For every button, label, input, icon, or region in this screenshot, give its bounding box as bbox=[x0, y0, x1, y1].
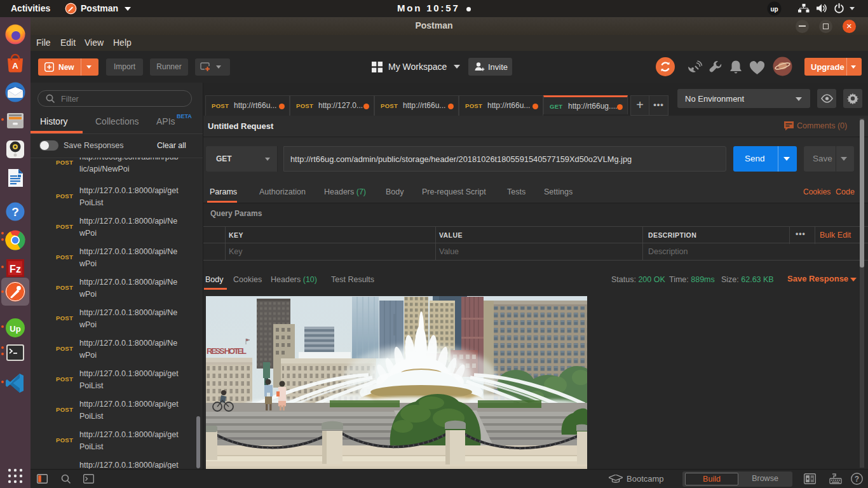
svg-text:?: ? bbox=[855, 475, 859, 484]
svg-text:up: up bbox=[770, 6, 778, 13]
svg-text:Up: Up bbox=[10, 324, 20, 334]
svg-text:Fz: Fz bbox=[10, 264, 21, 274]
svg-text:?: ? bbox=[11, 205, 19, 219]
svg-text:A: A bbox=[12, 61, 18, 71]
